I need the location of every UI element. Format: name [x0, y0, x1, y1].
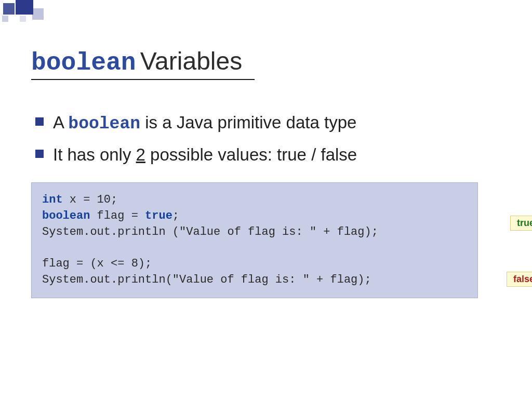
bullet-list: A boolean is a Java primitive data type …: [31, 109, 501, 168]
code-keyword: int: [42, 193, 63, 206]
code-text: System.out.println("Value of flag is: " …: [42, 273, 371, 286]
output-tag-true: true: [510, 216, 532, 231]
code-text: flag = (x <= 8);: [42, 257, 152, 270]
code-text: System.out.println ("Value of flag is: "…: [42, 225, 378, 238]
text: It has only: [53, 145, 136, 164]
text-underlined: 2: [136, 145, 145, 164]
code-keyword: boolean: [42, 209, 90, 222]
code-text: x = 10;: [63, 193, 118, 206]
code-text: ;: [172, 209, 179, 222]
code-text: flag =: [90, 209, 145, 222]
code-area: int x = 10; boolean flag = true; System.…: [31, 182, 501, 298]
slide-title: boolean Variables: [31, 47, 501, 77]
title-keyword: boolean: [31, 49, 136, 77]
text: is a Java primitive data type: [140, 113, 356, 132]
code-keyword: true: [145, 209, 172, 222]
code-block: int x = 10; boolean flag = true; System.…: [31, 182, 478, 298]
list-item: A boolean is a Java primitive data type: [35, 109, 501, 137]
output-tag-false: false: [507, 272, 532, 287]
text: possible values: true / false: [145, 145, 357, 164]
inline-code: boolean: [68, 114, 140, 134]
title-text: Variables: [140, 47, 243, 75]
text: A: [53, 113, 68, 132]
title-underline: [31, 79, 255, 80]
slide-body: boolean Variables A boolean is a Java pr…: [0, 0, 532, 399]
list-item: It has only 2 possible values: true / fa…: [35, 141, 501, 168]
